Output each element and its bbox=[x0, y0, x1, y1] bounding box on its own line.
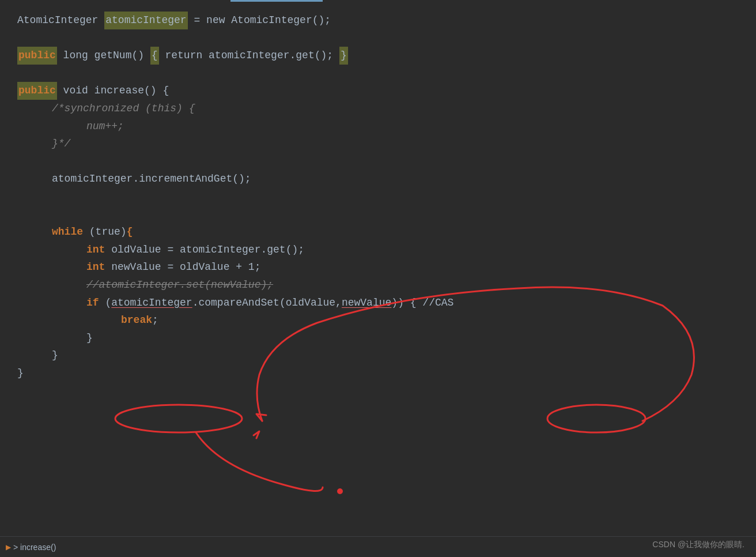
code-line-15: } bbox=[17, 347, 739, 364]
code-highlight: { bbox=[150, 47, 159, 65]
code-text: } bbox=[52, 347, 58, 364]
code-kw: { bbox=[127, 223, 133, 241]
code-line-blank bbox=[17, 188, 739, 206]
code-line-11: //atomicInteger.set(newValue); bbox=[17, 276, 739, 294]
code-kw: public bbox=[17, 82, 57, 100]
code-text: AtomicInteger bbox=[17, 12, 104, 29]
svg-point-2 bbox=[337, 488, 343, 494]
code-text: ( bbox=[99, 294, 112, 312]
code-text: } bbox=[17, 364, 24, 382]
code-line-1: AtomicInteger atomicInteger = new Atomic… bbox=[17, 12, 739, 29]
code-line-blank bbox=[17, 153, 739, 171]
arrow-icon: ▶ bbox=[6, 543, 11, 551]
code-comment: }*/ bbox=[52, 135, 70, 153]
code-line-6: }*/ bbox=[17, 135, 739, 153]
code-kw: while bbox=[52, 223, 83, 241]
code-highlight: atomicInteger bbox=[104, 12, 187, 29]
watermark: CSDN @让我做你的眼睛. bbox=[652, 540, 744, 550]
code-kw: int bbox=[86, 241, 105, 259]
code-comment: //atomicInteger.set(newValue); bbox=[86, 276, 273, 294]
code-text: long getNum() bbox=[57, 47, 150, 65]
code-highlight: } bbox=[339, 47, 348, 65]
code-text: .compareAndSet(oldValue, bbox=[192, 294, 342, 312]
code-text: )) { //CAS bbox=[391, 294, 453, 312]
code-line-10: int newValue = oldValue + 1; bbox=[17, 258, 739, 276]
code-line-5: num++; bbox=[17, 118, 739, 136]
code-text: } bbox=[86, 329, 93, 347]
code-line-14: } bbox=[17, 329, 739, 347]
code-line-blank bbox=[17, 29, 739, 47]
code-line-blank bbox=[17, 65, 739, 82]
newvalue-ref: newValue bbox=[342, 294, 391, 312]
code-text: void increase() { bbox=[57, 82, 169, 100]
code-kw: break bbox=[121, 311, 152, 329]
code-text: oldValue = atomicInteger.get(); bbox=[105, 241, 304, 259]
code-line-12: if (atomicInteger.compareAndSet(oldValue… bbox=[17, 294, 739, 312]
code-line-blank bbox=[17, 206, 739, 224]
code-kw: public bbox=[17, 47, 57, 65]
code-line-3: public void increase() { bbox=[17, 82, 739, 100]
code-line-8: while (true){ bbox=[17, 223, 739, 241]
bottom-item: ▶ > increase() bbox=[6, 543, 56, 552]
bottom-bar: ▶ > increase() bbox=[0, 536, 756, 557]
code-editor: AtomicInteger atomicInteger = new Atomic… bbox=[0, 0, 756, 393]
code-text: ; bbox=[152, 311, 158, 329]
code-line-13: break; bbox=[17, 311, 739, 329]
svg-point-0 bbox=[115, 405, 242, 432]
code-comment: num++; bbox=[86, 118, 124, 136]
svg-point-1 bbox=[547, 405, 645, 432]
code-text: atomicInteger.incrementAndGet(); bbox=[52, 170, 251, 188]
code-line-2: public long getNum() { return atomicInte… bbox=[17, 47, 739, 65]
code-text: (true) bbox=[83, 223, 127, 241]
watermark-text: CSDN @让我做你的眼睛. bbox=[652, 540, 744, 549]
code-text: = new AtomicInteger(); bbox=[188, 12, 331, 29]
bottom-item-label: > increase() bbox=[13, 543, 56, 552]
code-line-4: /*synchronized (this) { bbox=[17, 100, 739, 118]
code-line-7: atomicInteger.incrementAndGet(); bbox=[17, 170, 739, 188]
code-kw: int bbox=[86, 258, 105, 276]
code-comment: /*synchronized (this) { bbox=[52, 100, 195, 118]
atomic-integer-ref: atomicInteger bbox=[111, 294, 192, 312]
code-line-9: int oldValue = atomicInteger.get(); bbox=[17, 241, 739, 259]
code-kw: if bbox=[86, 294, 99, 312]
code-text: return atomicInteger.get(); bbox=[159, 47, 339, 65]
code-line-16: } bbox=[17, 364, 739, 382]
code-text: newValue = oldValue + 1; bbox=[105, 258, 260, 276]
